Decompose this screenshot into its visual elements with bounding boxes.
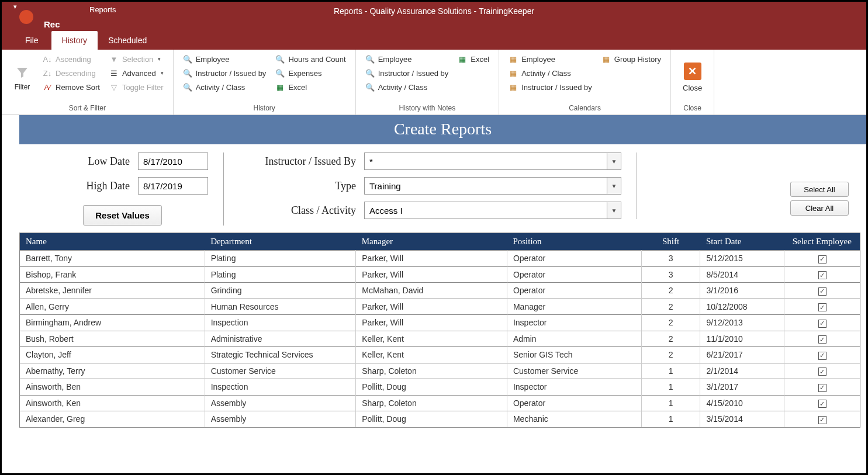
history-expenses-button[interactable]: 🔍Expenses (273, 67, 348, 79)
checkbox-icon[interactable] (818, 271, 826, 279)
checkbox-icon[interactable] (818, 352, 826, 360)
tab-scheduled[interactable]: Scheduled (98, 31, 157, 50)
checkbox-icon[interactable] (818, 303, 826, 311)
checkbox-icon[interactable] (818, 320, 826, 328)
col-manager[interactable]: Manager (356, 233, 507, 251)
cell-name: Alexander, Greg (20, 411, 205, 427)
col-start-date[interactable]: Start Date (700, 233, 784, 251)
advanced-button[interactable]: ☰Advanced▾ (107, 67, 166, 79)
cell-start-date: 10/12/2008 (700, 299, 784, 315)
instructor-dropdown-icon[interactable]: ▼ (607, 152, 621, 170)
notes-instructor-button[interactable]: 🔍Instructor / Issued by (363, 67, 451, 79)
checkbox-icon[interactable] (818, 367, 826, 376)
quick-access-toolbar[interactable]: ▾ (13, 3, 17, 11)
cal-group-history-button[interactable]: ▦Group History (599, 53, 663, 65)
history-hours-button[interactable]: 🔍Hours and Count (273, 53, 348, 65)
history-instructor-button[interactable]: 🔍Instructor / Issued by (181, 67, 269, 79)
cell-select[interactable] (784, 331, 860, 347)
toggle-filter-button[interactable]: ▽Toggle Filter (107, 81, 166, 93)
cell-name: Bishop, Frank (20, 266, 205, 283)
cell-select[interactable] (784, 266, 860, 283)
history-excel-label: Excel (288, 83, 307, 92)
checkbox-icon[interactable] (818, 335, 826, 344)
app-icon (19, 10, 33, 24)
app-name: Rec (44, 19, 60, 29)
context-tab-label: Reports (89, 5, 116, 14)
low-date-input[interactable] (138, 152, 208, 170)
col-select[interactable]: Select Employee (784, 233, 860, 251)
instructor-combo[interactable] (364, 152, 607, 170)
tab-history[interactable]: History (51, 31, 98, 50)
sort-desc-icon: Z↓ (43, 68, 52, 78)
table-row[interactable]: Ainsworth, BenInspectionPollitt, DougIns… (20, 379, 860, 396)
table-row[interactable]: Ainsworth, KenAssemblySharp, ColetonOper… (20, 395, 860, 411)
checkbox-icon[interactable] (818, 255, 826, 263)
cell-position: Operator (507, 251, 641, 267)
col-shift[interactable]: Shift (641, 233, 700, 251)
clear-all-button[interactable]: Clear All (790, 200, 849, 216)
cell-department: Assembly (205, 411, 356, 427)
checkbox-icon[interactable] (818, 287, 826, 296)
notes-employee-button[interactable]: 🔍Employee (363, 53, 451, 65)
cell-name: Ainsworth, Ben (20, 379, 205, 396)
cell-manager: Keller, Kent (356, 347, 507, 363)
cell-select[interactable] (784, 315, 860, 331)
col-department[interactable]: Department (205, 233, 356, 251)
cell-select[interactable] (784, 395, 860, 411)
table-row[interactable]: Birmingham, AndrewInspectionParker, Will… (20, 315, 860, 331)
select-all-button[interactable]: Select All (790, 182, 849, 197)
selection-button[interactable]: ▼Selection▾ (107, 53, 166, 65)
cell-select[interactable] (784, 379, 860, 396)
cell-select[interactable] (784, 363, 860, 379)
type-combo[interactable] (364, 177, 607, 195)
class-combo[interactable] (364, 202, 607, 219)
col-name[interactable]: Name (20, 233, 205, 251)
cell-select[interactable] (784, 251, 860, 267)
cell-select[interactable] (784, 283, 860, 299)
checkbox-icon[interactable] (818, 384, 826, 392)
high-date-label: High Date (65, 180, 130, 192)
history-activity-button[interactable]: 🔍Activity / Class (181, 81, 269, 93)
cal-activity-button[interactable]: ▦Activity / Class (506, 67, 594, 79)
class-dropdown-icon[interactable]: ▼ (607, 202, 621, 219)
table-row[interactable]: Barrett, TonyPlatingParker, WillOperator… (20, 251, 860, 267)
cell-select[interactable] (784, 347, 860, 363)
table-row[interactable]: Abernathy, TerryCustomer ServiceSharp, C… (20, 363, 860, 379)
cell-shift: 1 (641, 363, 700, 379)
preview-icon: 🔍 (275, 54, 285, 64)
cal-instructor-button[interactable]: ▦Instructor / Issued by (506, 81, 594, 93)
cal-employee-button[interactable]: ▦Employee (506, 53, 594, 65)
toggle-filter-label: Toggle Filter (122, 83, 164, 92)
table-row[interactable]: Bishop, FrankPlatingParker, WillOperator… (20, 266, 860, 283)
table-row[interactable]: Alexander, GregAssemblyPollitt, DougMech… (20, 411, 860, 427)
cell-name: Barrett, Tony (20, 251, 205, 267)
close-button[interactable]: ✕ Close (676, 52, 709, 103)
descending-button[interactable]: Z↓Descending (40, 67, 102, 79)
table-row[interactable]: Clayton, JeffStrategic Technical Service… (20, 347, 860, 363)
notes-excel-button[interactable]: ▦Excel (455, 53, 492, 65)
cell-select[interactable] (784, 299, 860, 315)
cell-name: Abernathy, Terry (20, 363, 205, 379)
checkbox-icon[interactable] (818, 400, 826, 408)
funnel-icon (14, 64, 30, 81)
ribbon-group-history: 🔍Employee 🔍Instructor / Issued by 🔍Activ… (174, 50, 356, 115)
notes-activity-button[interactable]: 🔍Activity / Class (363, 81, 451, 93)
table-row[interactable]: Abretske, JenniferGrindingMcMahan, David… (20, 283, 860, 299)
table-row[interactable]: Allen, GerryHuman ResourcesParker, WillM… (20, 299, 860, 315)
filter-button[interactable]: Filter (6, 52, 38, 103)
history-excel-button[interactable]: ▦Excel (273, 81, 348, 93)
low-date-label: Low Date (65, 155, 130, 168)
checkbox-icon[interactable] (818, 416, 826, 424)
remove-sort-button[interactable]: A⁄Remove Sort (40, 81, 102, 93)
high-date-input[interactable] (138, 177, 208, 195)
table-row[interactable]: Bush, RobertAdministrativeKeller, KentAd… (20, 331, 860, 347)
cell-position: Operator (507, 283, 641, 299)
ascending-button[interactable]: A↓Ascending (40, 53, 102, 65)
cell-shift: 1 (641, 411, 700, 427)
reset-values-button[interactable]: Reset Values (83, 205, 162, 226)
cell-select[interactable] (784, 411, 860, 427)
tab-file[interactable]: File (12, 31, 51, 50)
history-employee-button[interactable]: 🔍Employee (181, 53, 269, 65)
type-dropdown-icon[interactable]: ▼ (607, 177, 621, 195)
col-position[interactable]: Position (507, 233, 641, 251)
